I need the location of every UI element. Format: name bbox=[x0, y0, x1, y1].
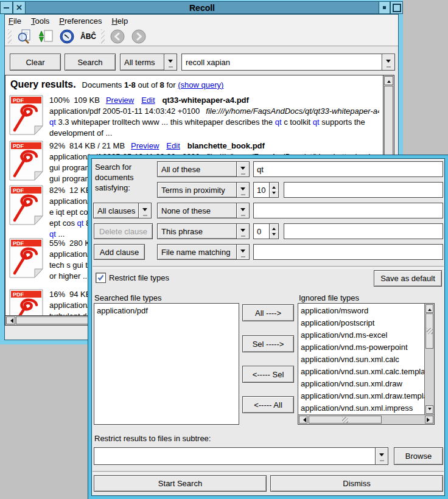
scroll-up-button[interactable] bbox=[425, 304, 433, 313]
chevron-down-icon[interactable] bbox=[236, 183, 249, 197]
chevron-down-icon[interactable] bbox=[236, 162, 249, 176]
chevron-down-icon[interactable] bbox=[164, 54, 177, 70]
subtree-combo[interactable] bbox=[94, 447, 388, 465]
browse-button[interactable]: Browse bbox=[394, 447, 443, 465]
spin-up-icon[interactable] bbox=[270, 183, 278, 190]
preview-link[interactable]: Preview bbox=[106, 96, 134, 105]
query-input[interactable] bbox=[182, 54, 382, 70]
start-search-button[interactable]: Start Search bbox=[94, 475, 267, 492]
clause-2-proximity-spinner[interactable]: 10 bbox=[253, 182, 279, 198]
sort-document-icon[interactable] bbox=[37, 28, 54, 45]
menu-help[interactable]: Help bbox=[111, 16, 128, 26]
scroll-left-button[interactable] bbox=[6, 316, 15, 324]
ignored-list-box: application/mswordapplication/postscript… bbox=[298, 303, 435, 425]
spin-down-icon[interactable] bbox=[270, 231, 278, 239]
chevron-down-icon[interactable] bbox=[236, 245, 249, 259]
scroll-left-button[interactable] bbox=[299, 416, 307, 424]
list-item[interactable]: application/vnd.ms-powerpoint bbox=[298, 341, 424, 354]
spin-down-icon[interactable] bbox=[270, 190, 278, 197]
chevron-down-icon[interactable] bbox=[236, 224, 249, 239]
show-query-link[interactable]: (show query) bbox=[178, 80, 223, 89]
clause-3-input[interactable] bbox=[253, 203, 443, 218]
scroll-up-button[interactable] bbox=[384, 76, 393, 85]
pdf-file-icon[interactable]: PDF bbox=[9, 185, 43, 225]
term-explorer-abc-icon[interactable]: ÂBĈ bbox=[80, 28, 97, 45]
chevron-down-icon[interactable] bbox=[382, 54, 394, 70]
list-item[interactable]: application/vnd.sun.xml.calc.template bbox=[298, 366, 424, 378]
abstract-text: 3.3 whitepaper trolltech www ... this wh… bbox=[56, 117, 275, 127]
toolbar-handle[interactable] bbox=[101, 29, 105, 44]
ignored-vertical-scrollbar[interactable] bbox=[424, 304, 434, 414]
result-size: 109 KB bbox=[74, 96, 100, 105]
preview-document-icon[interactable] bbox=[16, 28, 33, 45]
svg-text:PDF: PDF bbox=[13, 240, 24, 246]
move-selected-right-button[interactable]: Sel -----> bbox=[242, 335, 294, 352]
pdf-file-icon[interactable]: PDF bbox=[9, 238, 43, 278]
clock-sort-by-date-icon[interactable] bbox=[58, 28, 75, 45]
menu-preferences[interactable]: Preferences bbox=[59, 16, 102, 26]
search-mode-combo[interactable]: All terms bbox=[120, 54, 177, 71]
search-button[interactable]: Search bbox=[65, 54, 116, 71]
back-icon[interactable] bbox=[109, 28, 126, 45]
clause-2-input[interactable] bbox=[284, 182, 443, 198]
delete-clause-button[interactable]: Delete clause bbox=[94, 223, 153, 239]
clause-5-input[interactable] bbox=[253, 244, 443, 260]
scroll-down-button[interactable] bbox=[425, 405, 433, 414]
list-item[interactable]: application/vnd.sun.xml.draw bbox=[298, 378, 424, 390]
subtree-input[interactable] bbox=[94, 448, 375, 464]
clause-1-type-combo[interactable]: All of these bbox=[157, 161, 250, 177]
clause-1-input[interactable] bbox=[253, 161, 443, 177]
clause-4-input[interactable] bbox=[284, 223, 443, 239]
clause-4-slack-spinner[interactable]: 0 bbox=[253, 223, 279, 239]
ignored-list[interactable]: application/mswordapplication/postscript… bbox=[298, 304, 424, 414]
clause-2-type-combo[interactable]: Terms in proximity bbox=[157, 182, 250, 198]
dismiss-button[interactable]: Dismiss bbox=[270, 475, 443, 492]
clause-5-type-combo[interactable]: File name matching bbox=[157, 244, 250, 260]
clause-4-type-combo[interactable]: This phrase bbox=[157, 223, 250, 239]
list-item[interactable]: application/vnd.sun.xml.calc bbox=[298, 354, 424, 366]
list-item[interactable]: application/vnd.ms-excel bbox=[298, 329, 424, 341]
chevron-down-icon[interactable] bbox=[375, 448, 388, 464]
forward-icon[interactable] bbox=[130, 28, 147, 45]
ignored-horizontal-scrollbar[interactable] bbox=[298, 414, 434, 424]
clause-3-type-combo[interactable]: None of these bbox=[157, 203, 250, 218]
window-minimize-button[interactable] bbox=[0, 1, 13, 14]
move-selected-left-button[interactable]: <----- Sel bbox=[242, 366, 294, 383]
window-close-button[interactable]: ✕ bbox=[13, 1, 26, 14]
window-shade-button[interactable] bbox=[379, 1, 390, 14]
list-item[interactable]: application/vnd.sun.xml.impress bbox=[298, 402, 424, 414]
searched-list[interactable]: application/pdf bbox=[94, 303, 239, 425]
list-item[interactable]: application/pdf bbox=[94, 305, 239, 317]
list-item[interactable]: application/vnd.sun.xml.draw.template bbox=[298, 390, 424, 402]
move-all-left-button[interactable]: <----- All bbox=[242, 396, 294, 413]
scrollbar-thumb[interactable] bbox=[309, 416, 382, 424]
add-clause-button[interactable]: Add clause bbox=[94, 244, 145, 260]
save-as-default-button[interactable]: Save as default bbox=[374, 270, 442, 287]
scrollbar-thumb[interactable] bbox=[425, 313, 433, 349]
scroll-right-button[interactable] bbox=[425, 416, 433, 424]
abstract-text: ... bbox=[56, 229, 65, 239]
titlebar[interactable]: ✕ Recoll bbox=[0, 0, 403, 14]
pdf-file-icon[interactable]: PDF bbox=[9, 141, 43, 181]
edit-link[interactable]: Edit bbox=[166, 141, 180, 150]
edit-link[interactable]: Edit bbox=[141, 96, 155, 105]
result-headline: 100%109 KBPreviewEditqt33-whitepaper-a4.… bbox=[49, 95, 379, 106]
toolbar-handle[interactable] bbox=[8, 29, 12, 44]
clear-button[interactable]: Clear bbox=[10, 54, 61, 71]
chevron-down-icon[interactable] bbox=[236, 203, 249, 218]
chevron-down-icon[interactable] bbox=[138, 203, 151, 218]
list-item[interactable]: application/msword bbox=[298, 305, 424, 317]
list-item[interactable]: application/postscript bbox=[298, 317, 424, 329]
preview-link[interactable]: Preview bbox=[131, 141, 159, 150]
restrict-file-types-checkbox[interactable] bbox=[96, 273, 106, 283]
menu-file[interactable]: File bbox=[9, 16, 21, 26]
window-maximize-button[interactable] bbox=[390, 1, 403, 14]
pdf-file-icon[interactable]: PDF bbox=[9, 289, 43, 315]
highlighted-term: qt bbox=[313, 117, 320, 127]
pdf-file-icon[interactable]: PDF bbox=[9, 95, 43, 135]
spin-up-icon[interactable] bbox=[270, 224, 278, 231]
query-combo[interactable] bbox=[181, 54, 395, 71]
conjunction-combo[interactable]: All clauses bbox=[93, 203, 152, 218]
move-all-right-button[interactable]: All ----> bbox=[242, 304, 294, 321]
menu-tools[interactable]: Tools bbox=[31, 16, 49, 26]
